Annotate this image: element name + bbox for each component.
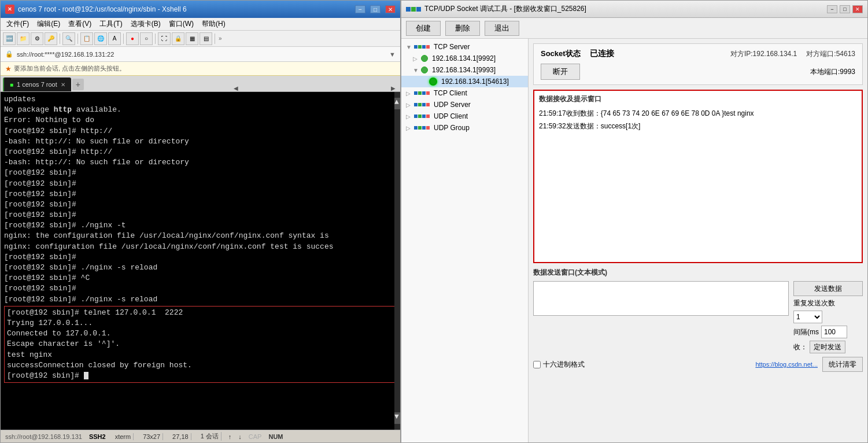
- tree-node-9993[interactable]: ▼ 192.168.134.1[9993]: [401, 64, 528, 76]
- tree-udp-server[interactable]: ▷ UDP Server: [401, 99, 528, 110]
- term-line: -bash: http://: No such file or director…: [4, 157, 397, 168]
- toolbar-key[interactable]: 🔑: [45, 32, 57, 45]
- status-num: NUM: [268, 433, 283, 440]
- term-line: updates: [4, 94, 397, 105]
- tree-label-54613: 192.168.134.1[54613]: [441, 77, 509, 86]
- tree-label-udp-group: UDP Group: [434, 124, 470, 132]
- toolbar-sep2: [77, 34, 78, 44]
- repeat-row: 重复发送次数: [793, 298, 863, 308]
- toolbar-copy[interactable]: 📋: [80, 32, 93, 45]
- xshell-toolbar: 🆕 📁 ⚙ 🔑 🔍 📋 🌐 A ● ○ ⛶ 🔒 ▦ ▤ »: [1, 31, 400, 47]
- tab-cenos[interactable]: ■ 1 cenos 7 root ✕: [3, 77, 71, 91]
- minimize-button[interactable]: −: [355, 5, 365, 13]
- menu-file[interactable]: 文件(F): [3, 18, 32, 30]
- icon-sq-blue2: [416, 7, 421, 12]
- scroll-up-status: ↑: [228, 433, 232, 440]
- socket-minimize-btn[interactable]: −: [827, 5, 837, 13]
- repeat-label: 重复发送次数: [793, 298, 835, 308]
- toolbar-red[interactable]: ●: [126, 32, 139, 45]
- bottom-row: 十六进制格式 https://blog.csdn.net... 统计清零: [533, 357, 863, 372]
- term-line: [root@192 sbin]# telnet 127.0.0.1 2222: [7, 308, 394, 318]
- toolbar-globe[interactable]: 🌐: [94, 32, 107, 45]
- send-controls: 发送数据 重复发送次数 1 2 5 10: [793, 281, 863, 353]
- toolbar-new[interactable]: 🆕: [3, 32, 16, 45]
- scroll-up-btn[interactable]: ▲: [394, 98, 400, 109]
- toolbar-more2[interactable]: ▤: [200, 32, 212, 45]
- disconnect-button[interactable]: 断开: [541, 64, 580, 80]
- socket-status-label: Socket状态: [541, 49, 581, 59]
- interval-input[interactable]: [821, 326, 847, 338]
- interval-row: 间隔(ms: [793, 326, 863, 338]
- status-sessions: 1 会话: [198, 432, 221, 441]
- toolbar-more1[interactable]: ▦: [186, 32, 198, 45]
- toolbar-expand[interactable]: ⛶: [158, 32, 171, 45]
- tab-close-icon[interactable]: ✕: [61, 82, 65, 88]
- node-icon-54613-active: [429, 77, 437, 86]
- menu-help[interactable]: 帮助(H): [198, 18, 229, 30]
- send-data-button[interactable]: 发送数据: [793, 281, 863, 296]
- create-button[interactable]: 创建: [406, 21, 441, 36]
- term-line: [root@192 sbin]#: [4, 179, 397, 189]
- toolbar-settings[interactable]: ⚙: [31, 32, 43, 45]
- exit-button[interactable]: 退出: [485, 21, 519, 36]
- add-tab-button[interactable]: +: [72, 79, 84, 90]
- socket-maximize-btn[interactable]: □: [840, 5, 850, 13]
- timed-send-button[interactable]: 定时发送: [810, 341, 845, 353]
- scroll-track[interactable]: ▲ ▼: [394, 92, 400, 430]
- menu-tabs[interactable]: 选项卡(B): [127, 18, 164, 30]
- expand-icon-tcp-client: ▷: [406, 90, 412, 97]
- hex-format-checkbox[interactable]: [533, 361, 541, 368]
- tab-nav-left[interactable]: ◀: [231, 85, 241, 91]
- toolbar-overflow[interactable]: »: [217, 35, 223, 42]
- term-line: [root@192 sbin]#: [4, 168, 397, 178]
- expand-icon-udp-group: ▷: [406, 125, 412, 131]
- status-size: 73x27: [141, 433, 163, 440]
- tree-label-9993: 192.168.134.1[9993]: [432, 66, 496, 74]
- remote-ip: 对方IP:192.168.134.1: [730, 49, 797, 59]
- expand-icon: ▼: [406, 44, 412, 50]
- tree-node-9992[interactable]: ▷ 192.168.134.1[9992]: [401, 53, 528, 64]
- term-line: -bash: http://: No such file or director…: [4, 136, 397, 147]
- interval-label: 间隔(ms: [793, 327, 819, 337]
- term-line: [root@192 sbin]# http://: [4, 126, 397, 136]
- icon-sq-green: [411, 7, 416, 12]
- toolbar-search[interactable]: 🔍: [62, 32, 75, 45]
- maximize-button[interactable]: □: [370, 5, 381, 13]
- delete-button[interactable]: 删除: [445, 21, 480, 36]
- tree-tcp-client[interactable]: ▷ TCP Client: [401, 87, 528, 99]
- address-dropdown[interactable]: ▼: [389, 51, 396, 58]
- scroll-down-btn[interactable]: ▼: [394, 412, 400, 424]
- tree-node-54613[interactable]: 192.168.134.1[54613]: [401, 76, 528, 87]
- socket-toolbar: 创建 删除 退出: [401, 18, 867, 39]
- term-line: [root@192 sbin]# ^C: [4, 273, 397, 283]
- socket-right-panel: Socket状态 已连接 对方IP:192.168.134.1 对方端口:546…: [529, 39, 867, 442]
- tree-tcp-server[interactable]: ▼ TCP Server: [401, 41, 528, 53]
- send-textarea[interactable]: [533, 281, 789, 316]
- tab-label: 1 cenos 7 root: [17, 81, 57, 88]
- menu-edit[interactable]: 编辑(E): [34, 18, 64, 30]
- xshell-menu-bar: 文件(F) 编辑(E) 查看(V) 工具(T) 选项卡(B) 窗口(W) 帮助(…: [1, 18, 400, 31]
- status-cap: CAP: [249, 433, 262, 440]
- toolbar-font[interactable]: A: [108, 32, 121, 45]
- menu-tools[interactable]: 工具(T): [96, 18, 125, 30]
- close-button[interactable]: ✕: [385, 5, 396, 13]
- terminal-area[interactable]: updates No package http available. Error…: [1, 92, 400, 430]
- website-link[interactable]: https://blog.csdn.net...: [755, 361, 818, 368]
- tree-udp-group[interactable]: ▷ UDP Group: [401, 122, 528, 134]
- repeat-count-select[interactable]: 1 2 5 10: [793, 311, 822, 323]
- term-line: successConnection closed by foreign host…: [7, 360, 394, 371]
- suggest-text: 要添加当前会话, 点击左侧的箭头按钮。: [14, 64, 125, 73]
- socket-close-btn[interactable]: ✕: [852, 5, 863, 13]
- clear-button[interactable]: 统计清零: [822, 357, 863, 372]
- icon-sq-blue1: [406, 7, 411, 12]
- toolbar-lock[interactable]: 🔒: [172, 32, 184, 45]
- xshell-window: ✕ cenos 7 root - root@192:/usr/local/ngi…: [0, 0, 401, 443]
- toolbar-circle[interactable]: ○: [140, 32, 153, 45]
- tab-nav-right[interactable]: ▶: [389, 85, 398, 91]
- repeat-select-row: 1 2 5 10: [793, 311, 863, 323]
- menu-window[interactable]: 窗口(W): [165, 18, 197, 30]
- menu-view[interactable]: 查看(V): [65, 18, 95, 30]
- term-line: [root@192 sbin]# ./nginx -s reload: [4, 263, 397, 273]
- toolbar-folder[interactable]: 📁: [17, 32, 29, 45]
- tree-udp-client[interactable]: ▷ UDP Client: [401, 110, 528, 122]
